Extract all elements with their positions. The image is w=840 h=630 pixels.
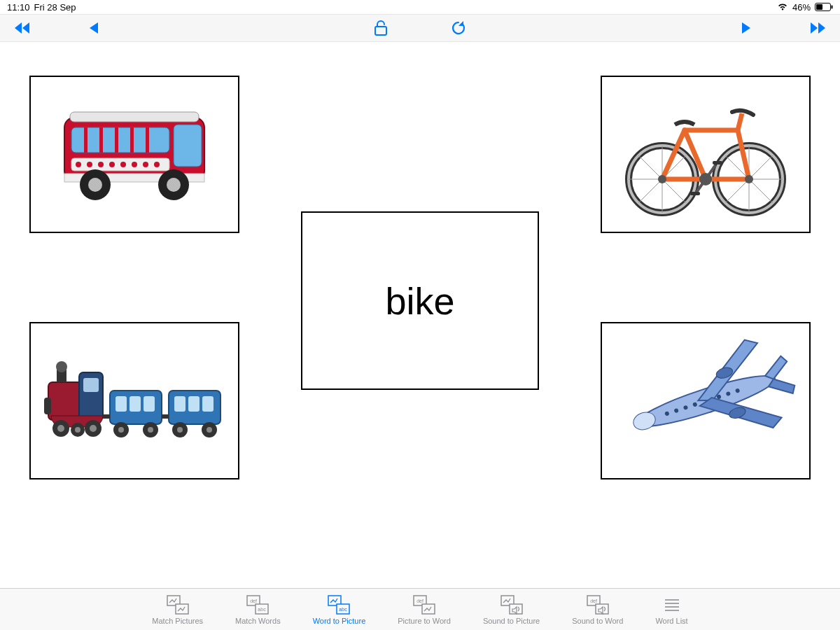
svg-point-71 [177,427,183,433]
sound-to-picture-icon [500,594,524,615]
svg-rect-67 [174,396,186,412]
svg-text:def: def [250,598,257,603]
svg-rect-61 [144,396,155,412]
svg-point-45 [745,175,753,183]
svg-rect-51 [44,398,51,414]
first-button[interactable] [14,21,32,35]
svg-point-14 [76,162,81,167]
last-button[interactable] [808,21,826,35]
svg-rect-59 [115,396,127,412]
option-bus[interactable] [29,76,239,233]
word-card-text: bike [385,279,454,323]
svg-rect-3 [375,27,386,35]
tab-sound-to-word[interactable]: def Sound to Word [572,594,623,625]
svg-rect-68 [188,396,200,412]
train-icon [40,342,229,461]
tab-label: Word to Picture [313,617,366,625]
tab-label: Picture to Word [398,617,451,625]
svg-point-57 [90,425,97,432]
word-list-icon [660,594,684,615]
tab-match-words[interactable]: defabc Match Words [235,594,281,625]
svg-rect-98 [422,604,435,614]
picture-to-word-icon: def [412,594,436,615]
svg-rect-60 [130,396,141,412]
word-to-picture-icon: abc [327,594,351,615]
unlock-icon[interactable] [374,20,388,36]
svg-text:def: def [416,598,424,603]
svg-rect-43 [713,161,722,164]
bus-icon [50,95,218,214]
svg-point-44 [658,175,666,183]
battery-icon [815,3,833,11]
svg-text:abc: abc [340,607,348,612]
svg-rect-103 [596,604,608,614]
match-words-icon: defabc [246,594,270,615]
svg-point-17 [109,162,115,167]
toolbar [0,14,840,42]
tab-label: Word List [655,617,687,625]
svg-rect-75 [162,414,169,419]
svg-point-16 [98,162,104,167]
refresh-icon[interactable] [451,20,466,36]
svg-rect-7 [174,125,202,167]
match-pictures-icon [166,594,190,615]
svg-point-55 [75,427,80,433]
battery-pct: 46% [792,2,811,13]
tab-word-list[interactable]: Word List [655,594,687,625]
svg-point-24 [88,178,102,192]
svg-point-63 [118,427,124,433]
tab-match-pictures[interactable]: Match Pictures [152,594,203,625]
bottom-tab-bar: Match Pictures defabc Match Words abc Wo… [0,588,840,630]
svg-rect-11 [130,127,134,153]
plane-icon [615,331,797,471]
status-time: 11:10 [7,2,30,13]
svg-point-73 [206,427,212,433]
word-card[interactable]: bike [301,211,539,390]
svg-rect-48 [83,378,99,392]
status-bar: 11:10 Fri 28 Sep 46% [0,0,840,14]
svg-point-15 [87,162,92,167]
option-train[interactable] [29,322,239,479]
sound-to-word-icon: def [586,594,610,615]
svg-point-21 [154,162,160,167]
svg-rect-8 [84,127,88,153]
svg-point-20 [143,162,148,167]
svg-rect-74 [103,414,110,419]
option-bike[interactable] [601,76,811,233]
svg-point-53 [57,425,64,432]
status-date: Fri 28 Sep [34,2,76,13]
game-area: bike [0,42,840,588]
svg-text:abc: abc [258,607,267,612]
svg-point-26 [167,178,181,192]
svg-rect-69 [202,396,214,412]
svg-point-19 [132,162,137,167]
tab-label: Match Pictures [152,617,203,625]
tab-word-to-picture[interactable]: abc Word to Picture [313,594,366,625]
svg-rect-10 [115,127,118,153]
svg-point-18 [120,162,126,167]
svg-point-50 [56,361,67,372]
wifi-icon [777,3,788,11]
next-button[interactable] [741,21,752,35]
svg-rect-5 [70,112,199,122]
svg-point-65 [148,427,153,433]
tab-label: Sound to Picture [483,617,540,625]
tab-picture-to-word[interactable]: def Picture to Word [398,594,451,625]
prev-button[interactable] [88,21,99,35]
tab-label: Sound to Word [572,617,623,625]
svg-rect-2 [832,6,833,9]
tab-label: Match Words [235,617,281,625]
bike-icon [615,88,797,221]
svg-rect-88 [176,604,188,614]
option-plane[interactable] [601,322,811,479]
svg-rect-12 [146,127,149,153]
svg-rect-41 [690,192,700,195]
svg-rect-1 [816,4,822,10]
tab-sound-to-picture[interactable]: Sound to Picture [483,594,540,625]
svg-text:def: def [590,598,597,603]
svg-rect-9 [99,127,103,153]
svg-rect-100 [510,604,522,614]
